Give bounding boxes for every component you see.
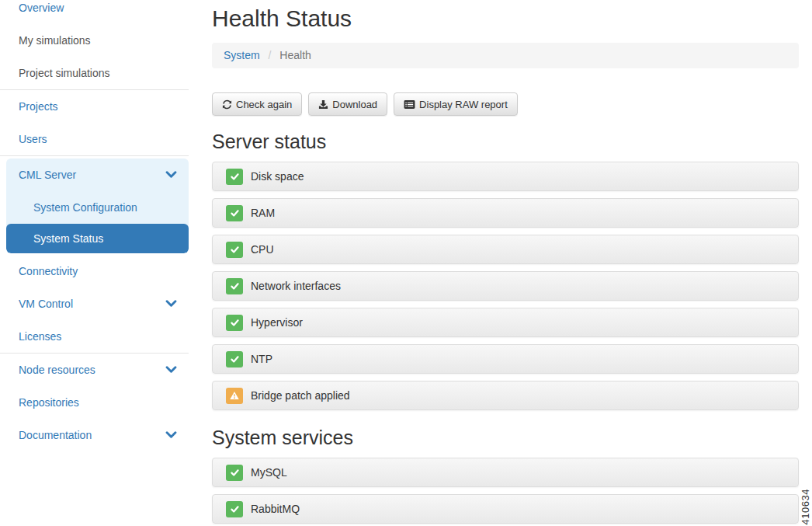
- status-row-ram[interactable]: RAM: [212, 198, 799, 228]
- sidebar-item-system-configuration[interactable]: System Configuration: [6, 191, 189, 224]
- sidebar-item-label: My simulations: [19, 34, 91, 47]
- check-icon: [226, 278, 243, 294]
- sidebar-item-connectivity[interactable]: Connectivity: [0, 255, 189, 287]
- breadcrumb-link-system[interactable]: System: [224, 49, 260, 61]
- sidebar-item-node-resources[interactable]: Node resources: [0, 354, 189, 386]
- status-row-bridge-patch-applied[interactable]: Bridge patch applied: [212, 381, 799, 410]
- breadcrumb: System / Health: [212, 43, 799, 68]
- sidebar-item-cml-server[interactable]: CML Server: [6, 158, 189, 191]
- sidebar-item-documentation[interactable]: Documentation: [0, 419, 189, 451]
- list-icon: [404, 99, 415, 110]
- section-heading-server-status: Server status: [212, 131, 799, 152]
- section-heading-system-services: System services: [212, 427, 799, 448]
- refresh-icon: [222, 99, 232, 110]
- sidebar-group-cml-server: CML Server System Configuration System S…: [6, 158, 189, 253]
- sidebar-item-repositories[interactable]: Repositories: [0, 386, 189, 419]
- status-row-ntp[interactable]: NTP: [212, 344, 799, 374]
- page-title: Health Status: [212, 3, 799, 34]
- figure-number: 410634: [800, 489, 811, 524]
- sidebar-item-label: Licenses: [19, 330, 61, 343]
- sidebar-item-label: Connectivity: [19, 265, 78, 277]
- breadcrumb-current: Health: [279, 49, 311, 61]
- sidebar-item-label: Node resources: [19, 364, 95, 376]
- check-icon: [226, 501, 243, 517]
- sidebar-item-label: Users: [19, 133, 47, 145]
- download-button[interactable]: Download: [308, 92, 387, 116]
- download-icon: [318, 99, 328, 110]
- main-content: Health Status System / Health Check agai…: [212, 0, 799, 526]
- sidebar: Overview My simulations Project simulati…: [0, 0, 189, 526]
- sidebar-item-vm-control[interactable]: VM Control: [0, 287, 189, 320]
- check-icon: [226, 169, 243, 185]
- status-row-label: NTP: [251, 353, 272, 365]
- button-label: Check again: [236, 99, 292, 110]
- sidebar-item-label: CML Server: [19, 169, 76, 181]
- check-icon: [226, 465, 243, 481]
- sidebar-item-label: System Status: [33, 232, 103, 245]
- sidebar-item-label: Documentation: [19, 429, 92, 441]
- status-row-mysql[interactable]: MySQL: [212, 458, 799, 487]
- sidebar-item-my-simulations[interactable]: My simulations: [0, 24, 189, 57]
- status-row-label: Hypervisor: [251, 316, 303, 329]
- sidebar-item-label: System Configuration: [33, 201, 137, 214]
- status-row-label: Network interfaces: [251, 280, 341, 292]
- sidebar-item-users[interactable]: Users: [0, 123, 189, 155]
- sidebar-item-projects[interactable]: Projects: [0, 90, 189, 123]
- button-label: Download: [332, 99, 377, 110]
- button-label: Display RAW report: [419, 99, 508, 110]
- status-row-label: RabbitMQ: [251, 503, 300, 515]
- check-again-button[interactable]: Check again: [212, 92, 302, 116]
- sidebar-item-licenses[interactable]: Licenses: [0, 320, 189, 353]
- check-icon: [226, 242, 243, 258]
- status-row-label: Disk space: [251, 170, 304, 183]
- check-icon: [226, 351, 243, 368]
- status-row-label: CPU: [251, 243, 274, 256]
- status-row-label: Bridge patch applied: [251, 389, 350, 402]
- breadcrumb-separator: /: [269, 49, 272, 61]
- sidebar-item-label: Project simulations: [19, 67, 110, 79]
- sidebar-item-overview[interactable]: Overview: [0, 0, 189, 24]
- status-row-hypervisor[interactable]: Hypervisor: [212, 308, 799, 337]
- check-icon: [226, 315, 243, 331]
- status-row-disk-space[interactable]: Disk space: [212, 162, 799, 191]
- sidebar-item-label: Repositories: [19, 396, 79, 409]
- status-row-rabbitmq[interactable]: RabbitMQ: [212, 494, 799, 524]
- status-row-label: RAM: [251, 207, 275, 219]
- warning-icon: [226, 388, 243, 404]
- chevron-down-icon: [165, 171, 177, 179]
- status-row-cpu[interactable]: CPU: [212, 235, 799, 264]
- sidebar-item-label: Projects: [19, 100, 58, 113]
- sidebar-item-project-simulations[interactable]: Project simulations: [0, 57, 189, 89]
- check-icon: [226, 205, 243, 221]
- sidebar-item-system-status[interactable]: System Status: [6, 224, 189, 253]
- chevron-down-icon: [165, 300, 177, 308]
- sidebar-divider: [0, 155, 189, 156]
- sidebar-item-label: VM Control: [19, 298, 73, 310]
- display-raw-report-button[interactable]: Display RAW report: [394, 92, 518, 116]
- sidebar-item-label: Overview: [19, 2, 64, 14]
- status-row-label: MySQL: [251, 466, 287, 479]
- toolbar: Check again Download: [212, 92, 799, 116]
- chevron-down-icon: [165, 366, 177, 374]
- status-row-network-interfaces[interactable]: Network interfaces: [212, 271, 799, 301]
- chevron-down-icon: [165, 431, 177, 439]
